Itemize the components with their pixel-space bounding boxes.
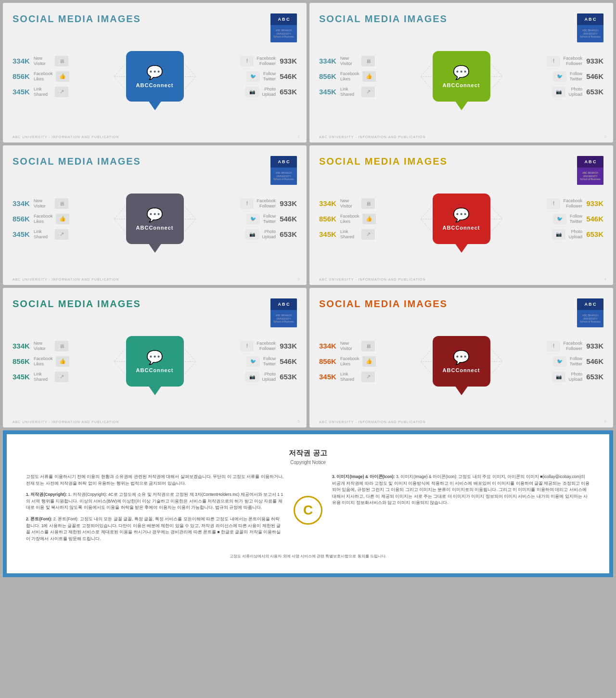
stat-row: 856K FacebookLikes 👍 xyxy=(319,71,382,82)
bubble-label: ABCConnect xyxy=(443,225,480,231)
stat-row: 334K NewVisitor 🖥 xyxy=(13,341,75,351)
stat-row: 345K LinkShared ↗ xyxy=(319,372,382,382)
slide-5-stats-right: f FacebookFollower 933K 🐦 FollowTwitter … xyxy=(234,341,297,382)
slide-4-diagram: 💬 ABCConnect xyxy=(382,194,541,244)
facebook-icon: f xyxy=(547,56,560,66)
stat-num-right: 653K xyxy=(585,373,603,381)
slide-2-body: 334K NewVisitor 🖥 856K FacebookLikes 👍 3… xyxy=(319,51,603,102)
stat-label-right: FacebookFollower xyxy=(563,198,582,209)
thumbs-icon: 👍 xyxy=(362,356,376,367)
svg-line-11 xyxy=(491,77,502,89)
stat-num: 345K xyxy=(319,230,337,238)
stat-label-right: FacebookFollower xyxy=(257,341,276,351)
share-icon: ↗ xyxy=(361,229,375,240)
stat-label-right: FollowTwitter xyxy=(263,356,276,367)
svg-line-23 xyxy=(491,219,502,232)
stat-row-right: 📷 PhotoUpload 653K xyxy=(245,87,297,97)
bubble-label: ABCConnect xyxy=(136,367,174,373)
stat-label-right: PhotoUpload xyxy=(262,87,276,97)
center-bubble: 💬 ABCConnect xyxy=(126,336,184,387)
twitter-icon: 🐦 xyxy=(246,356,260,367)
stat-row-right: 📷 PhotoUpload 653K xyxy=(552,87,603,97)
slide-6-footer: ABC UNIVERSITY - INFORMATION AND PUBLICA… xyxy=(319,420,425,424)
slide-1-stats-right: f FacebookFollower 933K 🐦 FollowTwitter … xyxy=(234,56,297,97)
stat-num: 856K xyxy=(319,215,337,223)
slide-5-title: SOCIAL MEDIA IMAGES xyxy=(13,298,141,310)
stat-row-right: 🐦 FollowTwitter 546K xyxy=(246,356,297,367)
stat-num-right: 933K xyxy=(585,57,603,65)
slide-1-header: SOCIAL MEDIA IMAGES A B C ABC BRANCHUNIV… xyxy=(13,13,297,42)
slide-6-stats-left: 334K NewVisitor 🖥 856K FacebookLikes 👍 3… xyxy=(319,341,382,382)
stat-label-right: FacebookFollower xyxy=(257,198,276,209)
stat-num: 345K xyxy=(319,373,337,381)
facebook-icon: f xyxy=(547,341,560,351)
stat-label: LinkShared xyxy=(340,229,359,240)
copyright-text-block-2: 3. 이미지(Image) & 아이콘(Icon): 3. 이미지(Image)… xyxy=(332,474,590,547)
slide-3-stats-left: 334K NewVisitor 🖥 856K FacebookLikes 👍 3… xyxy=(13,198,75,240)
stat-num-right: 546K xyxy=(279,357,297,365)
stat-num-right: 653K xyxy=(279,230,297,238)
stat-num-right: 653K xyxy=(279,373,297,381)
stat-label: NewVisitor xyxy=(34,56,52,66)
slide-6-pagenum: 6 xyxy=(604,419,606,424)
slide-5-body: 334K NewVisitor 🖥 856K FacebookLikes 👍 3… xyxy=(13,336,297,387)
slide-3-title: SOCIAL MEDIA IMAGES xyxy=(13,156,141,167)
copyright-text-block-1: 고정도 서류를 이용하시기 전에 이용의 현황과 소유권에 관련된 저작권에 대… xyxy=(26,474,284,547)
stat-label: FacebookLikes xyxy=(340,214,359,224)
svg-line-35 xyxy=(491,362,502,374)
slide-5-diagram: 💬 ABCConnect xyxy=(75,336,234,387)
photo-icon: 📷 xyxy=(552,87,565,97)
stat-label: LinkShared xyxy=(340,87,359,97)
slide-3-body: 334K NewVisitor 🖥 856K FacebookLikes 👍 3… xyxy=(13,194,297,244)
slide-2-footer: ABC UNIVERSITY - INFORMATION AND PUBLICA… xyxy=(319,135,425,139)
bubble-chat-icon: 💬 xyxy=(146,207,163,223)
stat-label-right: FacebookFollower xyxy=(563,341,582,351)
slide-6-diagram: 💬 ABCConnect xyxy=(382,336,541,387)
copyright-subtitle: Copyright Notice xyxy=(26,460,590,465)
stat-label-right: FollowTwitter xyxy=(263,71,276,82)
svg-line-20 xyxy=(421,219,432,232)
stat-num: 856K xyxy=(13,215,31,223)
stat-row-right: 🐦 FollowTwitter 546K xyxy=(246,71,297,82)
twitter-icon: 🐦 xyxy=(246,71,260,82)
stat-num: 856K xyxy=(13,357,31,365)
bubble-chat-icon: 💬 xyxy=(453,207,470,223)
slide-3-pagenum: 3 xyxy=(298,277,300,281)
slide-1-logo: A B C ABC BRANCHUNIVERSITYSchool of Busi… xyxy=(270,13,297,42)
stat-num-right: 933K xyxy=(585,342,603,350)
stat-num: 334K xyxy=(13,342,31,350)
facebook-icon: f xyxy=(240,198,254,209)
svg-line-21 xyxy=(491,207,502,219)
photo-icon: 📷 xyxy=(552,229,565,240)
thumbs-icon: 👍 xyxy=(362,214,376,224)
stat-row: 334K NewVisitor 🖥 xyxy=(319,56,382,66)
thumbs-icon: 👍 xyxy=(56,356,69,367)
copyright-para-2: 2. 폰트(Font): 2. 폰트(Font): 고정도 내의 모든 글꼴 글… xyxy=(26,516,284,542)
twitter-icon: 🐦 xyxy=(553,71,566,82)
stat-num-right: 933K xyxy=(279,199,297,207)
stat-row: 856K FacebookLikes 👍 xyxy=(319,356,382,367)
stat-num-right: 546K xyxy=(585,215,603,223)
slide-3: SOCIAL MEDIA IMAGES A B C ABC BRANCHUNIV… xyxy=(3,145,307,285)
slide-5: SOCIAL MEDIA IMAGES A B C ABC BRANCHUNIV… xyxy=(3,288,307,427)
stat-row: 345K LinkShared ↗ xyxy=(319,87,382,97)
stat-num: 334K xyxy=(13,57,31,65)
stat-row: 856K FacebookLikes 👍 xyxy=(319,214,382,224)
stat-num-right: 653K xyxy=(585,230,603,238)
stat-label-right: PhotoUpload xyxy=(262,372,276,382)
monitor-icon: 🖥 xyxy=(55,341,68,351)
monitor-icon: 🖥 xyxy=(361,198,375,209)
stat-num-right: 653K xyxy=(279,88,297,96)
stat-row-right: 🐦 FollowTwitter 546K xyxy=(553,71,603,82)
slide-2-stats-left: 334K NewVisitor 🖥 856K FacebookLikes 👍 3… xyxy=(319,56,382,97)
slide-5-pagenum: 5 xyxy=(298,419,300,424)
svg-line-18 xyxy=(421,207,432,219)
stat-num: 856K xyxy=(319,72,337,80)
svg-line-8 xyxy=(421,77,432,89)
slide-1: SOCIAL MEDIA IMAGES A B C ABC BRANCHUNIV… xyxy=(3,3,307,142)
slide-1-footer: ABC UNIVERSITY - INFORMATION AND PUBLICA… xyxy=(13,135,119,139)
svg-line-33 xyxy=(491,349,502,362)
stat-num-right: 546K xyxy=(279,215,297,223)
photo-icon: 📷 xyxy=(552,372,565,382)
svg-line-32 xyxy=(421,362,432,374)
